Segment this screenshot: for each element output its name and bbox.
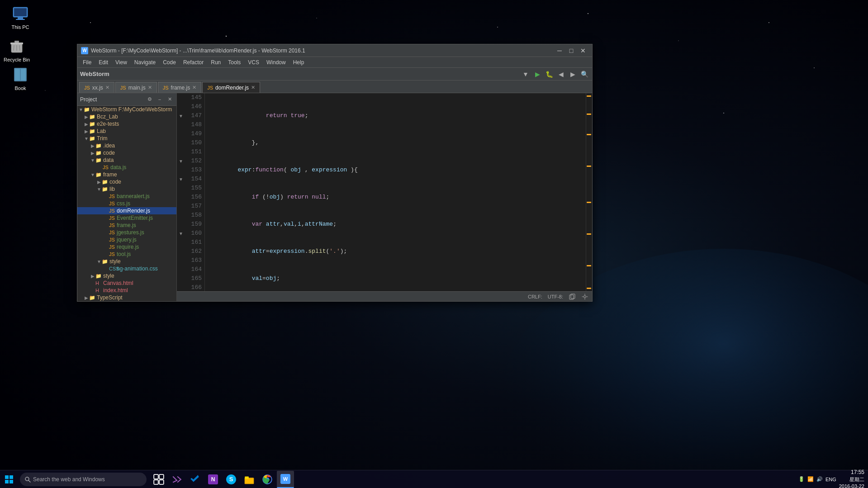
tab-close-frame[interactable]: ✕ (192, 85, 196, 90)
tool-name: tool.js (117, 251, 131, 257)
tree-frame-js[interactable]: JS frame.js (77, 222, 176, 229)
tree-idea[interactable]: ▶ 📁 .idea (77, 142, 176, 149)
task-view-btn[interactable] (150, 471, 167, 488)
frame-code-arrow: ▶ (96, 180, 102, 185)
maximize-button[interactable]: □ (566, 46, 577, 55)
menu-navigate[interactable]: Navigate (131, 58, 159, 66)
run-btn[interactable]: ▶ (532, 69, 542, 79)
status-copy-icon[interactable] (569, 293, 576, 300)
code-editor[interactable]: ▼ ▼ ▼ ▼ (177, 93, 592, 301)
status-settings-icon[interactable] (581, 293, 588, 300)
battery-icon: 🔋 (798, 476, 805, 482)
menu-file[interactable]: File (79, 58, 95, 66)
style-lib-icon: 📁 (102, 259, 108, 265)
panel-close-btn[interactable]: ✕ (166, 95, 174, 104)
menu-refactor[interactable]: Refactor (180, 58, 207, 66)
recycle-bin-icon[interactable]: Recycle Bin (1, 37, 33, 62)
webstorm-taskbar-btn[interactable]: W (277, 471, 294, 488)
tree-css-js[interactable]: JS css.js (77, 200, 176, 207)
tree-frame[interactable]: ▼ 📁 frame (77, 171, 176, 178)
tab-xx-js[interactable]: JS xx.js ✕ (79, 82, 114, 93)
line-146: }, (209, 138, 581, 147)
skype-taskbar-btn[interactable]: S (223, 471, 240, 488)
tree-jgestures[interactable]: JS jgestures.js (77, 229, 176, 236)
start-button[interactable] (0, 470, 18, 488)
debug-btn[interactable]: 🐛 (544, 69, 554, 79)
menu-help[interactable]: Help (289, 58, 308, 66)
fold-154[interactable]: ▼ (179, 177, 183, 182)
menu-window[interactable]: Window (263, 58, 289, 66)
tree-jquery[interactable]: JS jquery.js (77, 236, 176, 243)
tree-typescript[interactable]: ▶ 📁 TypeScript (77, 294, 176, 301)
menu-edit[interactable]: Edit (95, 58, 112, 66)
tree-index[interactable]: H index.html (77, 287, 176, 294)
tree-eventemitter[interactable]: JS EventEmitter.js (77, 214, 176, 222)
css-js-name: css.js (117, 200, 130, 207)
menu-run[interactable]: Run (207, 58, 224, 66)
vscode-taskbar-btn[interactable] (186, 471, 204, 488)
fold-160[interactable]: ▼ (179, 231, 183, 236)
menu-view[interactable]: View (112, 58, 131, 66)
style-top-arrow: ▶ (90, 274, 95, 279)
onenote-taskbar-btn[interactable]: N (204, 471, 222, 488)
gutter-166 (177, 283, 185, 291)
vs-taskbar-btn[interactable] (168, 471, 185, 488)
dropdown-btn[interactable]: ▼ (521, 69, 531, 79)
tree-style-top[interactable]: ▶ 📁 style (77, 272, 176, 280)
minimize-button[interactable]: ─ (554, 46, 565, 55)
fold-152[interactable]: ▼ (179, 159, 183, 164)
search-btn[interactable]: 🔍 (579, 69, 589, 79)
tree-trim[interactable]: ▼ 📁 Trim (77, 135, 176, 142)
code-content[interactable]: ▼ ▼ ▼ ▼ (177, 93, 592, 291)
fold-147[interactable]: ▼ (179, 114, 183, 118)
tree-data-js[interactable]: JS data.js (77, 164, 176, 171)
tab-label-xx: xx.js (92, 85, 103, 91)
tree-ng-animation[interactable]: CSS ng-animation.css (77, 265, 176, 272)
explorer-taskbar-btn[interactable] (241, 471, 258, 488)
book-icon[interactable]: Book (5, 66, 36, 91)
tree-banneralert[interactable]: JS banneralert.js (77, 193, 176, 200)
status-crlf: CRLF: (528, 294, 542, 299)
tree-lab[interactable]: ▶ 📁 Lab (77, 128, 176, 135)
tree-style-lib[interactable]: ▼ 📁 style (77, 258, 176, 265)
tree-e2e[interactable]: ▶ 📁 e2e-tests (77, 120, 176, 128)
tab-main-js[interactable]: JS main.js ✕ (115, 82, 157, 93)
scroll-overview[interactable] (586, 93, 592, 291)
tab-close-xx[interactable]: ✕ (105, 85, 109, 90)
tree-tool[interactable]: JS tool.js (77, 251, 176, 258)
menu-tools[interactable]: Tools (224, 58, 244, 66)
menu-code[interactable]: Code (159, 58, 180, 66)
tab-frame-js[interactable]: JS frame.js ✕ (158, 82, 202, 93)
close-button[interactable]: ✕ (578, 46, 588, 55)
svg-point-4 (316, 18, 317, 19)
tab-domrender-js[interactable]: JS domRender.js ✕ (202, 82, 260, 93)
chrome-taskbar-btn[interactable] (259, 471, 276, 488)
tree-domrender[interactable]: JS domRender.js (77, 207, 176, 214)
tab-icon-xx: JS (84, 85, 90, 90)
prev-btn[interactable]: ◀ (556, 69, 566, 79)
domrender-name: domRender.js (117, 208, 150, 214)
next-btn[interactable]: ▶ (568, 69, 578, 79)
panel-collapse-btn[interactable]: − (156, 95, 164, 104)
gutter-147: ▼ (177, 111, 185, 120)
tree-root[interactable]: ▼ 📁 WebStorm F:\MyCode\WebStorm (77, 106, 176, 113)
panel-settings-btn[interactable]: ⚙ (146, 95, 154, 104)
lang-indicator: ENG (825, 477, 836, 482)
this-pc-icon[interactable]: This PC (5, 5, 36, 30)
tab-close-domrender[interactable]: ✕ (251, 85, 255, 90)
tree-lib[interactable]: ▼ 📁 lib (77, 185, 176, 193)
tree-require[interactable]: JS require.js (77, 243, 176, 251)
svg-point-8 (678, 40, 678, 41)
search-bar[interactable]: Search the web and Windows (20, 473, 147, 486)
idea-arrow: ▶ (90, 143, 95, 148)
tree-bcz-lab[interactable]: ▶ 📁 Bcz_Lab (77, 113, 176, 120)
tab-close-main[interactable]: ✕ (148, 85, 152, 90)
tree-canvas[interactable]: H Canvas.html (77, 280, 176, 287)
tree-code-sub[interactable]: ▶ 📁 code (77, 149, 176, 156)
code-lines[interactable]: return true; }, expr:function( obj , exp… (205, 93, 586, 291)
wifi-icon: 📶 (807, 476, 814, 482)
tree-data[interactable]: ▼ 📁 data (77, 156, 176, 164)
menu-vcs[interactable]: VCS (244, 58, 263, 66)
gutter-161 (177, 238, 185, 247)
tree-frame-code[interactable]: ▶ 📁 code (77, 178, 176, 185)
